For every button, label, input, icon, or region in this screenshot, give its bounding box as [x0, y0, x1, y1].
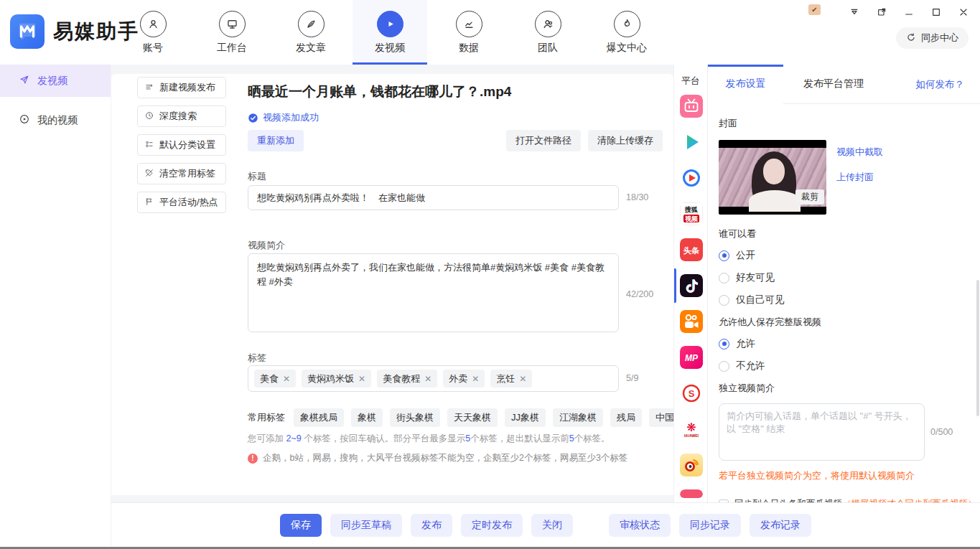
platform-activity-button[interactable]: 平台活动/热点	[137, 192, 226, 213]
vip-badge-icon[interactable]: ✔	[808, 4, 821, 15]
allow-save-option[interactable]: 不允许	[719, 360, 969, 372]
cover-face	[763, 159, 785, 184]
remove-tag-icon[interactable]: ✕	[358, 374, 365, 384]
clear-common-tags-button[interactable]: 清空常用标签	[137, 163, 226, 184]
svg-text:❋: ❋	[686, 421, 696, 433]
hot-icon	[614, 11, 640, 37]
warning-icon: !	[248, 454, 258, 464]
radio-icon	[719, 273, 729, 283]
nav-item-video[interactable]: 发视频	[353, 0, 427, 65]
platform-douyin[interactable]	[674, 274, 708, 297]
publish-button[interactable]: 发布	[411, 514, 452, 537]
platform-huawei[interactable]: ❋HUAWEI	[674, 418, 708, 441]
review-status-button[interactable]: 审核状态	[609, 514, 671, 537]
nav-item-account[interactable]: 账号	[116, 0, 190, 65]
clear-upload-cache-button[interactable]: 清除上传缓存	[588, 130, 663, 151]
footer-action-bar: 保存 同步至草稿 发布 定时发布 关闭 审核状态 同步记录 发布记录	[111, 502, 980, 547]
cover-thumbnail[interactable]: 裁剪	[719, 140, 826, 215]
common-tag-chip[interactable]: 街头象棋	[390, 408, 440, 427]
svg-text:HUAWEI: HUAWEI	[684, 433, 699, 438]
visibility-option[interactable]: 仅自己可见	[719, 294, 969, 306]
capture-from-video-link[interactable]: 视频中截取	[836, 146, 883, 159]
open-file-path-button[interactable]: 打开文件路径	[506, 130, 581, 151]
minimize-icon[interactable]	[902, 6, 915, 19]
nav-item-data[interactable]: 数据	[431, 0, 506, 65]
nav-label: 团队	[538, 42, 558, 55]
nav-label: 发视频	[375, 42, 405, 55]
crop-button[interactable]: 裁剪	[795, 189, 824, 205]
nav-label: 爆文中心	[607, 42, 647, 55]
nav-item-workbench[interactable]: 工作台	[195, 0, 269, 65]
remove-tag-icon[interactable]: ✕	[424, 374, 431, 384]
close-button[interactable]: 关闭	[531, 514, 573, 537]
description-textarea[interactable]: 想吃黄焖鸡别再点外卖了，我们在家也能做，方法很简单#黄焖鸡米饭 #美食 #美食教…	[248, 253, 619, 332]
publish-records-button[interactable]: 发布记录	[750, 514, 811, 537]
screenshot-icon[interactable]	[875, 6, 888, 19]
quick-action-label: 默认分类设置	[159, 139, 215, 151]
remove-tag-icon[interactable]: ✕	[283, 374, 290, 384]
platform-haokan[interactable]	[674, 166, 708, 189]
platform-sogou[interactable]: S	[674, 382, 708, 405]
platform-bilibili[interactable]	[674, 95, 708, 118]
platform-kuaishou[interactable]	[674, 310, 708, 333]
sidebar-item-my-videos[interactable]: 我的视频	[0, 104, 111, 136]
tab-platform-manage[interactable]: 发布平台管理	[783, 65, 884, 103]
common-tag-chip[interactable]: 象棋残局	[294, 408, 344, 427]
radio-icon	[719, 339, 729, 349]
quick-action-label: 新建视频发布	[159, 81, 215, 94]
remove-tag-icon[interactable]: ✕	[472, 374, 479, 384]
default-category-button[interactable]: 默认分类设置	[137, 134, 226, 156]
common-tags-row: 常用标签 象棋残局 象棋 街头象棋 天天象棋 JJ象棋 江湖象棋 残局 中国象棋	[248, 408, 664, 427]
how-to-publish-link[interactable]: 如何发布？	[916, 65, 965, 104]
platform-tencent[interactable]	[674, 131, 708, 154]
common-tag-chip[interactable]: 江湖象棋	[553, 408, 603, 427]
allow-save-option[interactable]: 允许	[719, 337, 969, 350]
upload-status: 视频添加成功	[248, 111, 319, 124]
save-button[interactable]: 保存	[280, 514, 322, 537]
cover-label: 封面	[719, 117, 969, 130]
sync-draft-button[interactable]: 同步至草稿	[330, 514, 402, 537]
weibo-platform-icon	[680, 454, 703, 477]
deep-search-button[interactable]: 深度搜索	[137, 105, 226, 127]
schedule-publish-button[interactable]: 定时发布	[461, 514, 523, 537]
publish-panel-body: 封面 裁剪 视频中截取 上传封面 谁可以看 公开 好友可见	[708, 117, 980, 510]
quick-action-label: 平台活动/热点	[159, 196, 218, 209]
sync-records-button[interactable]: 同步记录	[679, 514, 741, 537]
platform-sohu[interactable]: 搜狐视频	[674, 202, 708, 225]
radio-label: 仅自己可见	[736, 294, 785, 306]
tags-label: 标签	[248, 352, 266, 365]
nav-item-article[interactable]: 发文章	[274, 0, 348, 65]
common-tag-chip[interactable]: 天天象棋	[447, 408, 498, 427]
tab-publish-settings[interactable]: 发布设置	[708, 65, 783, 103]
left-sidebar: 发视频 我的视频	[0, 65, 111, 549]
visibility-option[interactable]: 好友可见	[719, 271, 969, 284]
platform-weibo[interactable]	[674, 454, 708, 477]
visibility-option[interactable]: 公开	[719, 249, 969, 262]
svg-text:视频: 视频	[684, 215, 699, 222]
common-tag-chip[interactable]: 残局	[610, 408, 642, 427]
cover-links: 视频中截取 上传封面	[836, 146, 883, 215]
sidebar-item-publish-video[interactable]: 发视频	[0, 65, 111, 97]
window-controls	[848, 6, 970, 19]
nav-item-team[interactable]: 团队	[510, 0, 585, 65]
platform-dafenghao[interactable]: MP	[674, 346, 708, 369]
sidebar-item-label: 我的视频	[37, 114, 78, 127]
panel-scrollbar[interactable]	[976, 280, 979, 416]
readd-button[interactable]: 重新添加	[248, 130, 304, 151]
close-icon[interactable]	[957, 6, 970, 19]
title-input[interactable]	[248, 185, 619, 210]
remove-tag-icon[interactable]: ✕	[519, 374, 526, 384]
platform-toutiao[interactable]: 头条	[674, 238, 708, 261]
common-tag-chip[interactable]: 象棋	[351, 408, 383, 427]
tags-input-box[interactable]: 美食 ✕ 黄焖鸡米饭 ✕ 美食教程 ✕ 外卖 ✕ 烹饪 ✕	[248, 365, 619, 392]
svg-text:S: S	[688, 388, 694, 399]
common-tag-chip[interactable]: 中国象棋	[649, 408, 673, 427]
sync-center-button[interactable]: 同步中心	[896, 27, 969, 49]
nav-item-hot[interactable]: 爆文中心	[589, 0, 664, 65]
upload-cover-link[interactable]: 上传封面	[836, 171, 883, 184]
independent-desc-textarea[interactable]	[719, 403, 925, 461]
collapse-icon[interactable]	[848, 6, 861, 19]
common-tag-chip[interactable]: JJ象棋	[505, 408, 546, 427]
new-video-publish-button[interactable]: 新建视频发布	[137, 77, 226, 98]
maximize-icon[interactable]	[930, 6, 943, 19]
